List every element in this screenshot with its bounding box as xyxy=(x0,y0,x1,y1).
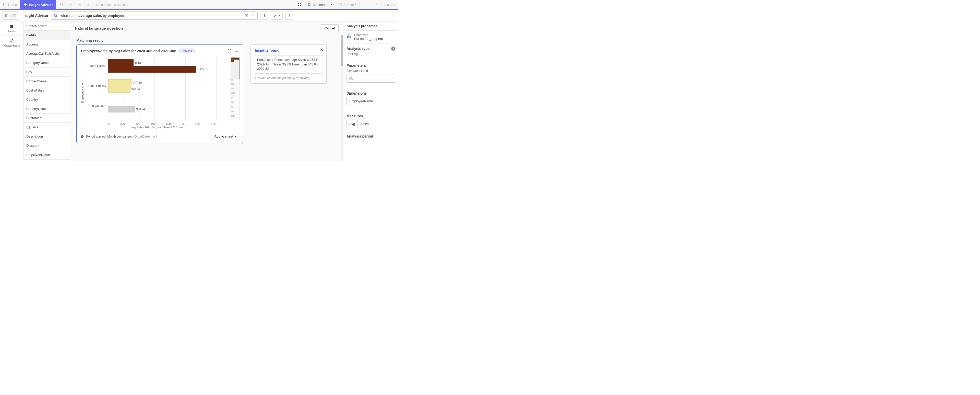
favorable-trend-selector[interactable]: Up› xyxy=(347,74,395,83)
view-list-button[interactable] xyxy=(3,12,11,19)
add-to-sheet-button[interactable]: Add to sheet ▾ xyxy=(211,133,239,140)
smart-select-button[interactable] xyxy=(56,0,65,9)
svg-rect-16 xyxy=(5,14,6,17)
content-scrollbar[interactable] xyxy=(340,35,343,161)
no-selections-text: No selections applied xyxy=(96,3,128,6)
bar[interactable]: 363.6 xyxy=(108,59,134,66)
view-grid-button[interactable] xyxy=(11,12,18,19)
bar-value-label: 363.6 xyxy=(134,61,142,64)
dimension-selector[interactable]: EmployeeName› xyxy=(347,97,395,106)
bar-value-label: 347.69 xyxy=(132,81,142,84)
clear-search-button[interactable]: ✕ xyxy=(245,13,248,18)
field-item[interactable]: EmployeeName xyxy=(24,150,70,160)
expand-button[interactable] xyxy=(228,49,231,53)
field-item[interactable]: ContactName xyxy=(24,77,70,86)
microphone-icon xyxy=(262,14,266,18)
bar-value-label: 320.54 xyxy=(130,88,140,91)
notes-button[interactable]: Notes xyxy=(0,0,20,9)
measure-agg[interactable]: Avg xyxy=(347,120,358,128)
field-item[interactable]: Cost of Sale xyxy=(24,86,70,95)
svg-rect-13 xyxy=(300,5,301,6)
matching-result-label: Matching result xyxy=(70,35,343,45)
field-item[interactable]: Address xyxy=(24,40,70,49)
layout-button[interactable] xyxy=(152,133,158,139)
bar[interactable]: 1.27k xyxy=(108,66,196,73)
svg-rect-30 xyxy=(153,136,154,138)
search-bar[interactable]: what is the average sales by employee ✕ … xyxy=(51,11,258,20)
search-query: what is the average sales by employee xyxy=(60,14,124,18)
chevron-left-icon: ‹ xyxy=(362,3,363,6)
field-item[interactable]: Customer xyxy=(24,114,70,123)
svg-line-9 xyxy=(88,4,89,5)
top-toolbar: Notes Insight Advisor No selections appl… xyxy=(0,0,398,10)
nav-master-items[interactable]: Master items xyxy=(0,36,24,50)
insight-advisor-button[interactable]: Insight Advisor xyxy=(20,0,56,9)
minimap-viewport[interactable] xyxy=(231,58,240,79)
bookmark-icon xyxy=(307,3,311,6)
svg-point-20 xyxy=(54,14,57,16)
rp-analysis-type-title: Analysis type? xyxy=(347,46,395,51)
bar[interactable]: 320.54 xyxy=(108,86,130,93)
nav-master-label: Master items xyxy=(4,44,20,47)
field-item[interactable]: Date xyxy=(24,123,70,132)
layout-icon xyxy=(153,134,157,139)
submit-search-button[interactable]: → xyxy=(251,13,255,18)
sub-toolbar: Insight Advisor what is the average sale… xyxy=(0,10,398,21)
measure-field-seg[interactable]: Sales› xyxy=(358,120,395,128)
field-list[interactable]: AddressAverageCallSatisfactionCategoryNa… xyxy=(24,40,70,161)
x-tick: 400 xyxy=(135,122,140,125)
chart-card-footer: Period applied: Month comparison (OrderD… xyxy=(77,130,243,143)
rp-parameters-section: Parameters Favorable trend Up› xyxy=(344,60,398,88)
assets-search-input[interactable] xyxy=(26,24,67,28)
step-back-button[interactable] xyxy=(65,0,75,9)
cancel-button[interactable]: Cancel xyxy=(321,24,339,32)
next-sheet-button[interactable]: › xyxy=(366,0,372,9)
field-item[interactable]: Country xyxy=(24,95,70,104)
nav-fields[interactable]: Fields xyxy=(0,21,24,36)
sheets-button[interactable]: Sheets ▾ xyxy=(335,0,360,9)
field-item[interactable]: City xyxy=(24,67,70,77)
link-icon xyxy=(10,38,14,43)
more-button[interactable]: ••• xyxy=(234,49,239,53)
bar-value-label: 388.74 xyxy=(135,108,145,111)
chart-minimap[interactable] xyxy=(231,57,240,120)
bar[interactable]: 388.74 xyxy=(108,106,135,112)
chevron-down-icon: ▾ xyxy=(331,3,332,6)
x-tick: 600 xyxy=(151,122,156,125)
voice-button[interactable] xyxy=(260,11,268,20)
rp-favorable-trend-label: Favorable trend xyxy=(347,69,395,73)
period-applied: Period applied: Month comparison (OrderD… xyxy=(86,135,150,138)
expand-icon xyxy=(228,49,231,53)
category-label: Louis Presley xyxy=(88,84,108,88)
field-item[interactable]: Description xyxy=(24,132,70,141)
rp-dimensions-title: Dimensions xyxy=(347,91,395,95)
step-forward-button[interactable] xyxy=(75,0,84,9)
insights-body: Period over Period: average Sales is 353… xyxy=(255,56,322,74)
field-item[interactable]: Discount xyxy=(24,141,70,150)
content-header: Natural language question Cancel xyxy=(70,21,343,35)
measure-field: Sales xyxy=(360,122,369,126)
measure-selector[interactable]: Avg Sales› xyxy=(347,120,395,128)
svg-rect-18 xyxy=(13,14,14,17)
prev-sheet-button[interactable]: ‹ xyxy=(360,0,366,9)
bar[interactable]: 347.69 xyxy=(108,79,132,86)
field-item[interactable]: AverageCallSatisfaction xyxy=(24,49,70,58)
plot[interactable]: Joan Callins363.61.27kLouis Presley347.6… xyxy=(108,57,216,121)
help-icon[interactable]: ? xyxy=(391,46,395,51)
clear-selections-button[interactable] xyxy=(84,0,93,9)
field-item[interactable]: CategoryName xyxy=(24,58,70,67)
bookmarks-button[interactable]: Bookmarks ▾ xyxy=(304,0,335,9)
svg-point-4 xyxy=(60,4,61,5)
field-item[interactable]: CountryCode xyxy=(24,104,70,114)
info-button[interactable]: i xyxy=(285,11,293,20)
svg-rect-14 xyxy=(339,3,342,6)
dimension-value: EmployeeName xyxy=(349,99,373,103)
rp-chart-type-text: Chart type Bar chart (grouped) xyxy=(354,33,383,41)
language-selector[interactable]: en ▾ xyxy=(271,11,282,20)
grid-icon xyxy=(298,3,302,6)
svg-rect-0 xyxy=(3,3,6,6)
assets-search[interactable] xyxy=(24,21,70,31)
grid-button[interactable] xyxy=(295,0,304,9)
close-insights-button[interactable]: ✕ xyxy=(320,47,323,52)
edit-sheet-button[interactable]: Edit sheet xyxy=(372,0,398,9)
